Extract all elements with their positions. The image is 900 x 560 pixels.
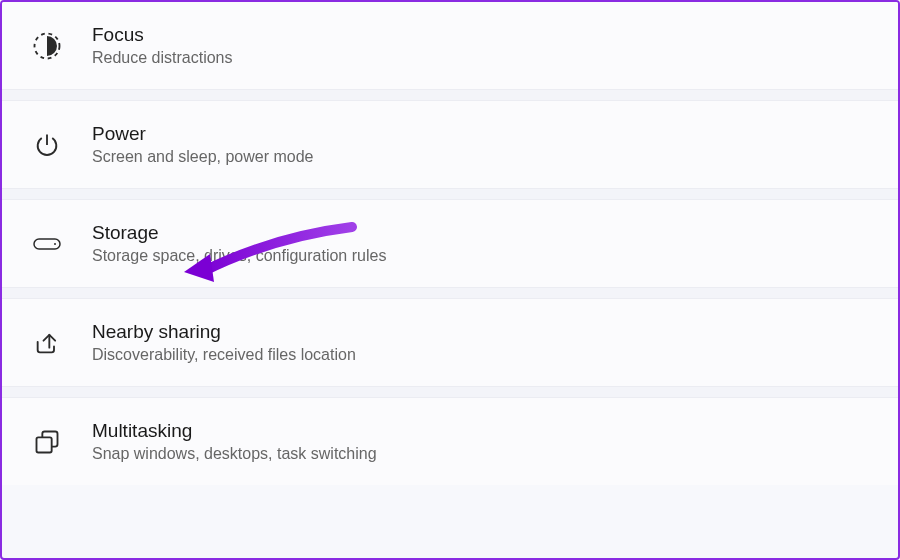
settings-item-subtitle: Discoverability, received files location [92, 346, 356, 364]
settings-item-storage[interactable]: Storage Storage space, drives, configura… [2, 200, 898, 287]
settings-item-title: Focus [92, 24, 233, 46]
settings-item-text: Storage Storage space, drives, configura… [92, 222, 386, 265]
svg-rect-1 [34, 239, 60, 249]
settings-item-title: Multitasking [92, 420, 377, 442]
settings-item-multitasking[interactable]: Multitasking Snap windows, desktops, tas… [2, 398, 898, 485]
settings-item-subtitle: Reduce distractions [92, 49, 233, 67]
settings-item-title: Power [92, 123, 313, 145]
multitask-icon [30, 425, 64, 459]
svg-rect-3 [37, 437, 52, 452]
share-icon [30, 326, 64, 360]
settings-item-text: Multitasking Snap windows, desktops, tas… [92, 420, 377, 463]
divider [2, 89, 898, 101]
settings-item-subtitle: Snap windows, desktops, task switching [92, 445, 377, 463]
settings-item-text: Focus Reduce distractions [92, 24, 233, 67]
settings-item-power[interactable]: Power Screen and sleep, power mode [2, 101, 898, 188]
svg-point-2 [54, 243, 56, 245]
settings-item-text: Nearby sharing Discoverability, received… [92, 321, 356, 364]
divider [2, 287, 898, 299]
settings-item-nearby-sharing[interactable]: Nearby sharing Discoverability, received… [2, 299, 898, 386]
settings-item-subtitle: Storage space, drives, configuration rul… [92, 247, 386, 265]
divider [2, 386, 898, 398]
settings-item-title: Nearby sharing [92, 321, 356, 343]
settings-item-title: Storage [92, 222, 386, 244]
power-icon [30, 128, 64, 162]
settings-item-text: Power Screen and sleep, power mode [92, 123, 313, 166]
storage-icon [30, 227, 64, 261]
settings-item-subtitle: Screen and sleep, power mode [92, 148, 313, 166]
divider [2, 188, 898, 200]
settings-item-focus[interactable]: Focus Reduce distractions [2, 2, 898, 89]
focus-icon [30, 29, 64, 63]
settings-list: Focus Reduce distractions Power Screen a… [2, 2, 898, 485]
